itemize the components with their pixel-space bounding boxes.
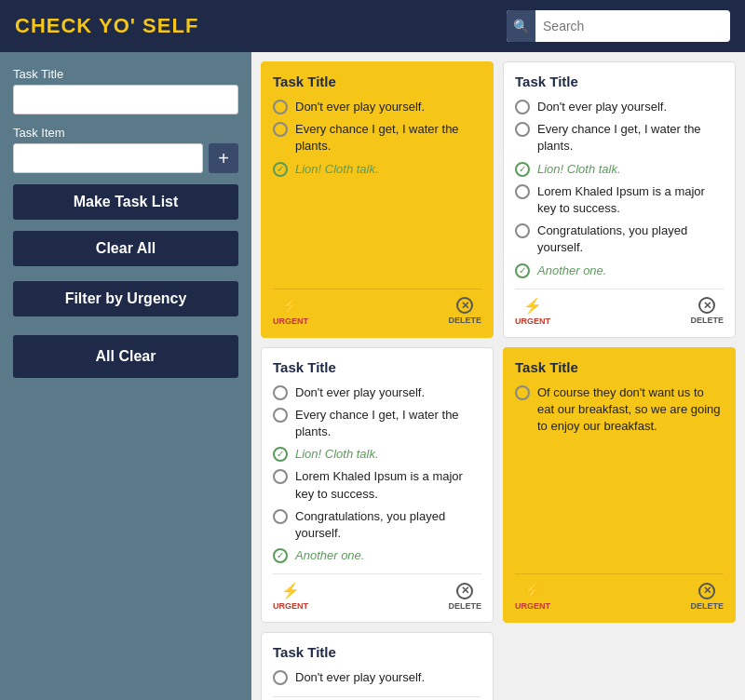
task-item-text: Lorem Khaled Ipsum is a major key to suc… — [537, 183, 724, 217]
task-item-checkbox[interactable] — [273, 469, 288, 484]
task-item-checkbox[interactable] — [273, 100, 288, 114]
task-item-checkbox[interactable]: ✓ — [273, 162, 288, 177]
title-plain: CHECK — [15, 14, 99, 37]
task-item: Lorem Khaled Ipsum is a major key to suc… — [515, 183, 724, 217]
delete-button[interactable]: ✕DELETE — [690, 583, 724, 611]
task-item-text: Don't ever play yourself. — [537, 99, 667, 115]
lightning-icon: ⚡ — [523, 297, 542, 315]
task-item-text: Every chance I get, I water the plants. — [537, 121, 724, 155]
all-clear-display: All Clear — [13, 335, 238, 378]
task-card: Task TitleDon't ever play yourself.Every… — [503, 61, 736, 338]
urgent-button[interactable]: ⚡URGENT — [273, 297, 308, 326]
make-task-list-button[interactable]: Make Task List — [13, 184, 238, 220]
app-title: CHECK YO' SELF — [15, 14, 198, 38]
urgent-button[interactable]: ⚡URGENT — [515, 297, 550, 326]
task-item: Congratulations, you played yourself. — [273, 508, 481, 542]
urgent-button[interactable]: ⚡URGENT — [515, 582, 550, 611]
task-item-row: + — [13, 143, 238, 173]
task-item: Every chance I get, I water the plants. — [273, 121, 481, 155]
task-item: Don't ever play yourself. — [515, 99, 724, 115]
task-item-checkbox[interactable]: ✓ — [273, 447, 288, 462]
task-item-checkbox[interactable]: ✓ — [273, 548, 288, 563]
delete-label-text: DELETE — [448, 316, 481, 325]
task-title-input[interactable] — [13, 85, 238, 114]
task-card: Task TitleOf course they don't want us t… — [503, 347, 736, 624]
task-item-checkbox[interactable] — [515, 100, 530, 114]
search-container: 🔍 — [507, 10, 730, 42]
search-input[interactable] — [535, 19, 730, 34]
task-card-footer: ⚡URGENT✕DELETE — [273, 573, 481, 611]
task-item: Don't ever play yourself. — [273, 99, 481, 115]
task-item: Lorem Khaled Ipsum is a major key to suc… — [273, 468, 481, 502]
task-card: Task TitleDon't ever play yourself.Every… — [261, 61, 494, 338]
title-highlight: YO' — [99, 14, 136, 37]
task-item: Every chance I get, I water the plants. — [273, 407, 481, 440]
task-card-title: Task Title — [515, 359, 724, 375]
task-title-field-group: Task Title — [13, 67, 238, 114]
task-item: Congratulations, you played yourself. — [515, 222, 724, 256]
task-card: Task TitleDon't ever play yourself.⚡URGE… — [261, 632, 494, 700]
task-card-title: Task Title — [273, 644, 481, 660]
task-item-text: Lorem Khaled Ipsum is a major key to suc… — [295, 468, 481, 502]
urgent-label-text: URGENT — [515, 601, 550, 611]
task-item-input[interactable] — [13, 143, 203, 173]
task-item: ✓Lion! Cloth talk. — [515, 161, 724, 178]
task-cards-grid: Task TitleDon't ever play yourself.Every… — [251, 52, 745, 700]
task-item: ✓Another one. — [515, 262, 724, 279]
task-item-checkbox[interactable] — [273, 122, 288, 137]
task-item-checkbox[interactable] — [273, 408, 288, 423]
task-item-text: Every chance I get, I water the plants. — [295, 121, 481, 155]
task-item-text: Another one. — [537, 262, 606, 279]
urgent-label-text: URGENT — [515, 316, 550, 326]
delete-circle-icon: ✕ — [456, 297, 473, 314]
task-card-title: Task Title — [273, 359, 481, 375]
task-title-label: Task Title — [13, 67, 238, 81]
task-item-checkbox[interactable]: ✓ — [515, 263, 530, 278]
task-item-text: Lion! Cloth talk. — [295, 161, 379, 178]
task-items-list: Don't ever play yourself.Every chance I … — [515, 99, 724, 279]
task-card-footer: ⚡URGENT✕DELETE — [515, 289, 724, 326]
task-item-text: Don't ever play yourself. — [295, 99, 425, 115]
delete-label-text: DELETE — [448, 601, 481, 611]
add-item-button[interactable]: + — [209, 143, 238, 173]
task-card-title: Task Title — [515, 74, 724, 89]
search-icon: 🔍 — [507, 10, 535, 42]
delete-circle-icon: ✕ — [456, 583, 473, 599]
sidebar: Task Title Task Item + Make Task List Cl… — [0, 52, 251, 700]
task-item-checkbox[interactable] — [515, 223, 530, 238]
task-item-checkbox[interactable] — [515, 184, 530, 199]
delete-circle-icon: ✕ — [698, 297, 715, 314]
task-item: Of course they don't want us to eat our … — [515, 384, 724, 436]
delete-button[interactable]: ✕DELETE — [690, 297, 724, 325]
task-items-list: Don't ever play yourself.Every chance I … — [273, 384, 481, 565]
main-layout: Task Title Task Item + Make Task List Cl… — [0, 52, 745, 700]
task-item-checkbox[interactable] — [273, 385, 288, 400]
task-item-text: Another one. — [295, 547, 364, 564]
delete-circle-icon: ✕ — [698, 583, 715, 599]
task-card-footer: ⚡URGENT✕DELETE — [515, 573, 724, 611]
app-header: CHECK YO' SELF 🔍 — [0, 0, 745, 52]
task-item-field-group: Task Item + — [13, 126, 238, 173]
task-item-checkbox[interactable]: ✓ — [515, 162, 530, 177]
task-item: ✓Another one. — [273, 547, 481, 564]
clear-all-button[interactable]: Clear All — [13, 231, 238, 266]
task-items-list: Of course they don't want us to eat our … — [515, 384, 724, 565]
task-item-checkbox[interactable] — [273, 509, 288, 524]
task-items-list: Don't ever play yourself.Every chance I … — [273, 99, 481, 279]
task-item-checkbox[interactable] — [515, 385, 530, 400]
task-item: Don't ever play yourself. — [273, 384, 481, 401]
delete-label-text: DELETE — [690, 601, 724, 611]
delete-button[interactable]: ✕DELETE — [448, 297, 481, 325]
task-item-checkbox[interactable] — [515, 122, 530, 137]
title-end: SELF — [136, 14, 198, 37]
task-item-checkbox[interactable] — [273, 670, 288, 685]
task-item-text: Lion! Cloth talk. — [295, 446, 379, 463]
filter-by-urgency-button[interactable]: Filter by Urgency — [13, 281, 238, 316]
task-card-footer: ⚡URGENT✕DELETE — [273, 289, 481, 326]
lightning-icon: ⚡ — [523, 582, 542, 599]
delete-button[interactable]: ✕DELETE — [448, 583, 481, 611]
urgent-button[interactable]: ⚡URGENT — [273, 582, 308, 611]
task-card-footer: ⚡URGENT✕DELETE — [273, 696, 481, 700]
task-item-text: Don't ever play yourself. — [295, 384, 425, 401]
task-item-text: Of course they don't want us to eat our … — [537, 384, 724, 436]
